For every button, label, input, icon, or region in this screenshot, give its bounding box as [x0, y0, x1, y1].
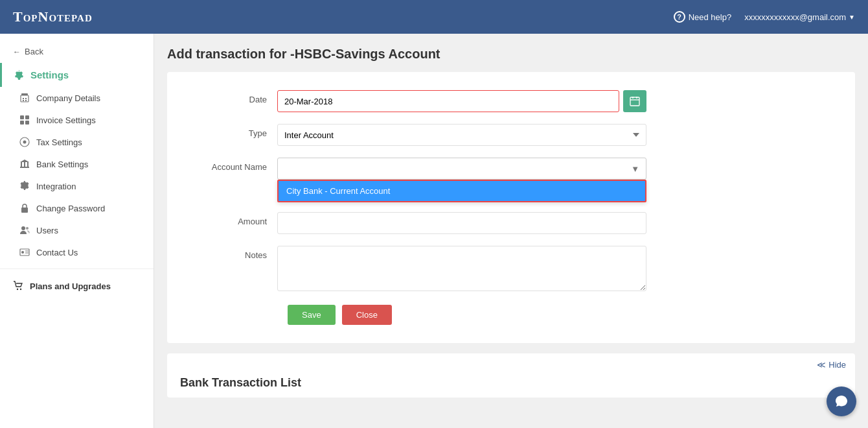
type-row: Type Inter Account Deposit Withdrawal [193, 124, 829, 146]
svg-rect-14 [24, 162, 25, 167]
amount-input[interactable] [277, 212, 646, 234]
svg-rect-6 [20, 115, 24, 119]
sidebar-item-plans[interactable]: Plans and Upgrades [0, 274, 154, 298]
amount-row: Amount [193, 212, 829, 234]
chat-icon [834, 394, 849, 409]
cart-icon [13, 281, 23, 291]
grid-icon [19, 115, 30, 125]
plans-label: Plans and Upgrades [30, 281, 111, 291]
calendar-button[interactable] [623, 90, 646, 112]
contact-us-label: Contact Us [36, 248, 78, 257]
sidebar-item-tax-settings[interactable]: Tax Settings [0, 131, 154, 153]
page-title: Add transaction for -HSBC-Savings Accoun… [167, 47, 855, 62]
app-header: TopNotepad ? Need help? xxxxxxxxxxxxx@gm… [0, 0, 868, 34]
users-icon [19, 225, 30, 235]
main-content: Add transaction for -HSBC-Savings Accoun… [154, 34, 868, 428]
need-help-link[interactable]: ? Need help? [674, 11, 732, 23]
back-label: Back [25, 47, 43, 56]
svg-point-24 [17, 289, 18, 290]
bank-settings-label: Bank Settings [36, 160, 88, 169]
settings-gear-icon [15, 70, 25, 80]
account-dropdown-arrow: ▼ [631, 164, 639, 174]
transaction-form-card: Date Type [167, 72, 855, 343]
hide-chevron-icon: ≪ [817, 360, 826, 370]
svg-rect-26 [630, 97, 639, 106]
notes-textarea[interactable] [277, 246, 646, 291]
integration-label: Integration [36, 182, 76, 191]
header-right: ? Need help? xxxxxxxxxxxxx@gmail.com ▼ [674, 11, 855, 23]
type-field-wrapper: Inter Account Deposit Withdrawal [277, 124, 646, 146]
amount-label: Amount [193, 212, 277, 226]
need-help-label: Need help? [689, 12, 732, 22]
notes-row: Notes [193, 246, 829, 293]
account-name-label: Account Name [193, 158, 277, 172]
svg-rect-0 [21, 95, 29, 102]
svg-rect-9 [25, 121, 29, 125]
account-name-row: Account Name ▼ City Bank - Current Accou… [193, 158, 829, 180]
amount-field-wrapper [277, 212, 646, 234]
settings-label: Settings [30, 69, 69, 80]
svg-rect-17 [21, 208, 28, 213]
cog-icon [19, 181, 30, 191]
svg-rect-15 [27, 162, 29, 167]
sidebar-item-change-password[interactable]: Change Password [0, 197, 154, 219]
back-link[interactable]: ← Back [0, 40, 154, 63]
svg-rect-5 [21, 93, 28, 95]
calendar-icon [630, 96, 640, 106]
sidebar-item-company-details[interactable]: Company Details [0, 87, 154, 109]
type-label: Type [193, 124, 277, 138]
account-name-select[interactable]: ▼ [277, 158, 646, 180]
change-password-label: Change Password [36, 204, 105, 213]
svg-point-11 [23, 141, 27, 144]
user-menu[interactable]: xxxxxxxxxxxxx@gmail.com ▼ [744, 12, 855, 22]
sidebar: ← Back Settings Company Details Invoice … [0, 34, 154, 428]
close-button[interactable]: Close [342, 305, 392, 325]
svg-point-21 [21, 251, 24, 254]
cog-circle-icon [19, 137, 30, 147]
transaction-list-title: Bank Transaction List [167, 376, 855, 398]
svg-point-18 [21, 226, 25, 230]
hide-label: Hide [828, 360, 846, 370]
sidebar-item-invoice-settings[interactable]: Invoice Settings [0, 109, 154, 131]
notes-label: Notes [193, 246, 277, 260]
svg-rect-3 [23, 100, 24, 101]
svg-marker-12 [20, 160, 29, 162]
help-icon: ? [674, 11, 685, 23]
back-arrow-icon: ← [13, 47, 21, 56]
sidebar-item-users[interactable]: Users [0, 219, 154, 241]
sidebar-item-contact-us[interactable]: Contact Us [0, 241, 154, 263]
user-dropdown-arrow: ▼ [849, 14, 855, 21]
user-email-text: xxxxxxxxxxxxx@gmail.com [744, 12, 846, 22]
form-buttons: Save Close [193, 305, 829, 325]
chat-bubble[interactable] [827, 386, 856, 416]
date-row: Date [193, 90, 829, 112]
company-details-label: Company Details [36, 93, 100, 103]
svg-point-25 [20, 289, 21, 290]
transaction-section-header: ≪ Hide [167, 353, 855, 376]
svg-rect-1 [23, 98, 24, 99]
users-label: Users [36, 226, 58, 235]
date-input[interactable] [277, 90, 619, 112]
svg-rect-7 [25, 115, 29, 119]
svg-rect-16 [20, 167, 29, 168]
main-layout: ← Back Settings Company Details Invoice … [0, 34, 868, 428]
settings-heading: Settings [0, 63, 154, 87]
svg-rect-4 [25, 100, 27, 101]
save-button[interactable]: Save [288, 305, 336, 325]
svg-rect-8 [20, 121, 24, 125]
account-dropdown-menu: City Bank - Current Account [277, 180, 646, 202]
transaction-section: ≪ Hide Bank Transaction List [167, 353, 855, 398]
app-logo: TopNotepad [13, 8, 93, 25]
id-card-icon [19, 247, 30, 257]
bank-icon [19, 159, 30, 169]
notes-field-wrapper [277, 246, 646, 293]
svg-rect-13 [21, 162, 22, 167]
sidebar-item-integration[interactable]: Integration [0, 175, 154, 197]
svg-rect-2 [25, 98, 27, 99]
hide-button[interactable]: ≪ Hide [817, 360, 846, 370]
building-icon [19, 93, 30, 103]
account-option-citybank[interactable]: City Bank - Current Account [279, 181, 645, 201]
svg-point-19 [26, 227, 29, 230]
sidebar-item-bank-settings[interactable]: Bank Settings [0, 153, 154, 175]
type-select[interactable]: Inter Account Deposit Withdrawal [277, 124, 646, 146]
